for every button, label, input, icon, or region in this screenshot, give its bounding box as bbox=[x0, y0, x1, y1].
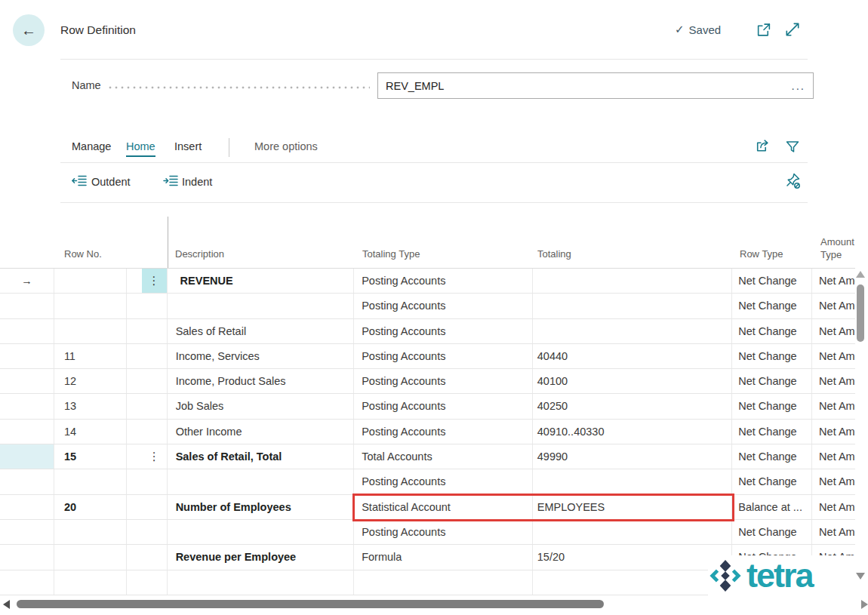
column-header-totaling[interactable]: Totaling bbox=[537, 248, 571, 260]
cell-totaling-type[interactable]: Posting Accounts bbox=[354, 269, 533, 293]
vertical-scroll-up-arrow[interactable] bbox=[856, 271, 865, 278]
table-row[interactable]: Sales of RetailPosting AccountsNet Chang… bbox=[0, 319, 855, 344]
row-selector-cell[interactable] bbox=[0, 319, 54, 343]
cell-description[interactable]: Sales of Retail bbox=[168, 319, 355, 343]
cell-totaling[interactable]: 40440 bbox=[533, 344, 733, 368]
share-button[interactable] bbox=[754, 138, 771, 154]
row-selector-cell[interactable] bbox=[0, 495, 54, 519]
cell-totaling[interactable] bbox=[533, 319, 733, 343]
cell-row-type[interactable]: Net Change bbox=[732, 369, 812, 393]
cell-description[interactable]: Number of Employees bbox=[168, 495, 355, 519]
cell-row-type[interactable]: Net Change bbox=[732, 420, 812, 444]
cell-row-type[interactable]: Net Change bbox=[732, 469, 812, 494]
cell-totaling-type[interactable]: Posting Accounts bbox=[354, 294, 533, 318]
cell-row-no[interactable] bbox=[54, 520, 127, 544]
cell-row-no[interactable] bbox=[54, 319, 127, 343]
row-menu-cell[interactable] bbox=[127, 319, 168, 343]
column-header-totaling-type[interactable]: Totaling Type bbox=[362, 248, 420, 260]
row-menu-cell[interactable] bbox=[127, 570, 168, 595]
horizontal-scroll-right-arrow[interactable] bbox=[861, 600, 868, 609]
row-menu-cell[interactable] bbox=[127, 394, 168, 418]
cell-row-no[interactable] bbox=[54, 269, 127, 293]
cell-totaling-type[interactable]: Posting Accounts bbox=[354, 420, 533, 444]
cell-description[interactable]: Income, Product Sales bbox=[168, 369, 355, 393]
cell-description[interactable] bbox=[168, 570, 355, 595]
cell-totaling-type[interactable]: Posting Accounts bbox=[354, 469, 533, 494]
row-selector-cell[interactable] bbox=[0, 369, 54, 393]
row-selector-cell[interactable] bbox=[0, 294, 54, 318]
cell-row-type[interactable]: Net Change bbox=[732, 444, 812, 469]
menu-home[interactable]: Home bbox=[126, 140, 155, 157]
cell-amount-type[interactable]: Net Amount bbox=[812, 319, 855, 343]
row-menu-cell[interactable] bbox=[127, 344, 168, 368]
indent-button[interactable]: Indent bbox=[182, 176, 212, 188]
cell-row-no[interactable]: 15 bbox=[54, 444, 127, 469]
menu-manage[interactable]: Manage bbox=[72, 140, 111, 152]
outdent-button-icon-area[interactable] bbox=[72, 174, 87, 191]
row-selector-cell[interactable] bbox=[0, 394, 54, 418]
cell-description[interactable] bbox=[168, 520, 355, 544]
cell-row-type[interactable]: Net Change bbox=[732, 520, 812, 544]
table-row[interactable]: 20Number of EmployeesStatistical Account… bbox=[0, 495, 855, 520]
cell-description[interactable] bbox=[168, 469, 355, 494]
cell-description[interactable]: REVENUE bbox=[168, 269, 355, 293]
cell-totaling-type[interactable]: Posting Accounts bbox=[354, 369, 533, 393]
row-context-menu-button[interactable]: ⋮ bbox=[142, 444, 167, 469]
cell-row-no[interactable]: 20 bbox=[54, 495, 127, 519]
cell-row-no[interactable] bbox=[54, 294, 127, 318]
menu-more-options[interactable]: More options bbox=[254, 140, 318, 152]
cell-amount-type[interactable]: Net Amount bbox=[812, 369, 855, 393]
cell-row-no[interactable]: 14 bbox=[54, 420, 127, 444]
row-selector-cell[interactable] bbox=[0, 570, 54, 595]
row-selector-cell[interactable] bbox=[0, 469, 54, 494]
cell-totaling[interactable]: 40250 bbox=[533, 394, 733, 418]
horizontal-scroll-left-arrow[interactable] bbox=[3, 600, 10, 609]
unpin-pane-button[interactable] bbox=[785, 172, 801, 189]
cell-description[interactable] bbox=[168, 294, 355, 318]
row-selector-cell[interactable] bbox=[0, 344, 54, 368]
row-selector-cell[interactable] bbox=[0, 420, 54, 444]
row-menu-cell[interactable] bbox=[127, 495, 168, 519]
row-menu-cell[interactable]: ⋮ bbox=[127, 444, 168, 469]
cell-description[interactable]: Revenue per Employee bbox=[168, 545, 355, 569]
row-selector-cell[interactable] bbox=[0, 520, 54, 544]
cell-totaling-type[interactable]: Posting Accounts bbox=[354, 319, 533, 343]
cell-row-no[interactable]: 13 bbox=[54, 394, 127, 418]
indent-button-icon-area[interactable] bbox=[163, 174, 178, 191]
cell-amount-type[interactable]: Net Amount bbox=[812, 344, 855, 368]
vertical-scrollbar-thumb[interactable] bbox=[857, 284, 864, 342]
cell-totaling-type[interactable]: Statistical Account bbox=[354, 495, 533, 519]
cell-totaling-type[interactable]: Posting Accounts bbox=[354, 520, 533, 544]
cell-description[interactable]: Other Income bbox=[168, 420, 355, 444]
cell-totaling[interactable]: 49990 bbox=[533, 444, 733, 469]
column-header-description[interactable]: Description bbox=[175, 248, 224, 260]
cell-totaling[interactable]: 40100 bbox=[533, 369, 733, 393]
cell-description[interactable]: Income, Services bbox=[168, 344, 355, 368]
cell-row-no[interactable] bbox=[54, 570, 127, 595]
row-menu-cell[interactable] bbox=[127, 369, 168, 393]
cell-totaling-type[interactable]: Formula bbox=[354, 545, 533, 569]
cell-amount-type[interactable]: Net Amount bbox=[812, 394, 855, 418]
cell-amount-type[interactable]: Net Amount bbox=[812, 469, 855, 494]
cell-row-no[interactable]: 12 bbox=[54, 369, 127, 393]
row-menu-cell[interactable] bbox=[127, 469, 168, 494]
cell-amount-type[interactable]: Net Amount bbox=[812, 444, 855, 469]
cell-description[interactable]: Sales of Retail, Total bbox=[168, 444, 355, 469]
table-row[interactable]: Posting AccountsNet ChangeNet Amount bbox=[0, 469, 855, 494]
horizontal-scrollbar-thumb[interactable] bbox=[17, 600, 604, 608]
column-header-row-no[interactable]: Row No. bbox=[64, 248, 102, 260]
cell-row-type[interactable]: Balance at ... bbox=[732, 495, 812, 519]
cell-totaling[interactable]: EMPLOYEES bbox=[533, 495, 733, 519]
filter-button[interactable] bbox=[785, 139, 800, 154]
vertical-scroll-down-arrow[interactable] bbox=[856, 573, 865, 580]
cell-totaling[interactable] bbox=[533, 469, 733, 494]
cell-totaling[interactable]: 40910..40330 bbox=[533, 420, 733, 444]
table-row[interactable]: →⋮REVENUEPosting AccountsNet ChangeNet A… bbox=[0, 269, 855, 294]
cell-row-type[interactable]: Net Change bbox=[732, 344, 812, 368]
cell-amount-type[interactable]: Net Amount bbox=[812, 420, 855, 444]
cell-row-type[interactable]: Net Change bbox=[732, 269, 812, 293]
row-selector-cell[interactable] bbox=[0, 545, 54, 569]
column-header-row-type[interactable]: Row Type bbox=[740, 248, 783, 260]
table-row[interactable]: 13Job SalesPosting Accounts40250Net Chan… bbox=[0, 394, 855, 419]
table-row[interactable]: 14Other IncomePosting Accounts40910..403… bbox=[0, 420, 855, 444]
